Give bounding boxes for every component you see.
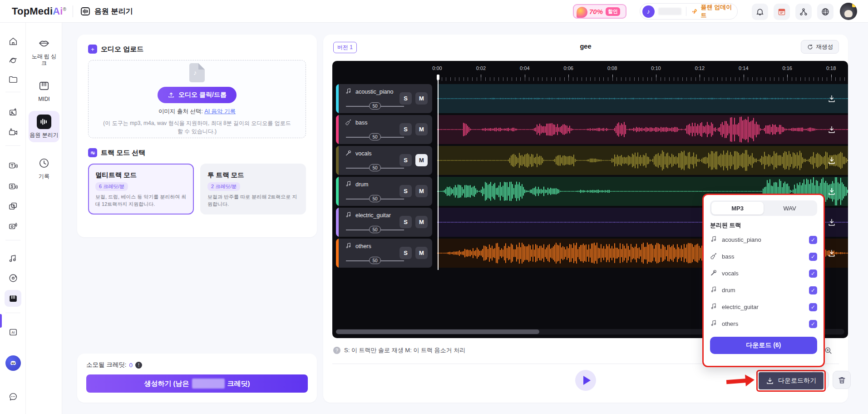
track-download-button[interactable] <box>827 218 836 227</box>
solo-button[interactable]: S <box>399 154 412 166</box>
sidebar-item-vinyl-tool[interactable] <box>5 269 21 286</box>
tab-wav[interactable]: WAV <box>764 202 816 214</box>
volume-value[interactable]: 50 <box>369 195 381 202</box>
regenerate-button[interactable]: 재생성 <box>801 40 839 54</box>
trash-icon <box>838 376 846 384</box>
volume-slider[interactable]: 50 <box>346 226 404 233</box>
solo-button[interactable]: S <box>399 247 412 259</box>
volume-value[interactable]: 50 <box>369 133 381 140</box>
mute-button[interactable]: M <box>415 216 428 228</box>
waveform-strip[interactable] <box>437 115 848 144</box>
sidebar-item-lip-sync[interactable]: 노래 립 싱크 <box>29 34 59 70</box>
discount-badge[interactable]: 70% 할인 <box>573 4 626 19</box>
solo-button[interactable]: S <box>399 123 412 135</box>
playhead[interactable] <box>438 75 439 270</box>
track-checkbox[interactable]: ✓ <box>809 303 817 311</box>
sidebar-item-ai-tools[interactable]: AI <box>5 324 21 340</box>
track-download-button[interactable] <box>827 156 836 165</box>
waveform-strip[interactable] <box>437 146 848 175</box>
mode-card-multitrack[interactable]: 멀티트랙 모드 6 크레딧/분 보컬, 드럼, 베이스 등 악기를 분리하여 최… <box>88 164 194 214</box>
solo-button[interactable]: S <box>399 216 412 228</box>
sidebar-item-history[interactable]: 기록 <box>29 154 59 184</box>
discount-percent: 70% <box>589 8 603 15</box>
sidebar-item-discover[interactable] <box>5 52 21 69</box>
sidebar-item-camera-audio-tool[interactable] <box>5 217 21 234</box>
mute-button[interactable]: M <box>415 185 428 197</box>
sidebar-item-audio-separator[interactable]: 음원 분리기 <box>29 111 59 142</box>
audio-dropzone[interactable]: 오디오 클릭/드롭 이미지 출처 선택: AI 음악 기록 (이 도구는 mp3… <box>88 60 306 138</box>
track-checkbox[interactable]: ✓ <box>809 320 817 328</box>
track-download-button[interactable] <box>827 125 836 134</box>
scrollbar-thumb[interactable] <box>336 329 539 334</box>
track-download-button[interactable] <box>827 249 836 258</box>
info-icon[interactable]: ! <box>135 362 142 369</box>
volume-slider[interactable]: 50 <box>346 257 404 264</box>
sidebar-item-feedback-chat[interactable] <box>5 388 21 405</box>
volume-value[interactable]: 50 <box>369 102 381 110</box>
sidebar-item-discord[interactable] <box>5 354 21 371</box>
mode-description: 보컬, 드럼, 베이스 등 악기를 분리하여 최대 12트랙까지 지원합니다. <box>95 194 187 208</box>
sidebar-item-voice-tool[interactable] <box>5 198 21 214</box>
track-checkbox[interactable]: ✓ <box>809 269 817 278</box>
solo-button[interactable]: S <box>399 92 412 105</box>
sidebar-item-projects[interactable] <box>5 71 21 88</box>
language-button[interactable] <box>817 4 833 20</box>
upload-title: 오디오 업로드 <box>101 45 143 54</box>
help-icon[interactable]: ? <box>333 347 340 354</box>
volume-slider[interactable]: 50 <box>346 164 404 171</box>
upload-audio-button[interactable]: 오디오 클릭/드롭 <box>158 87 237 103</box>
annotation-arrow <box>726 374 755 388</box>
volume-value[interactable]: 50 <box>369 164 381 171</box>
waveform-strip[interactable] <box>437 84 848 113</box>
mute-button[interactable]: M <box>415 247 428 259</box>
mute-button[interactable]: M <box>415 154 428 166</box>
sidebar-item-music-tool[interactable] <box>5 250 21 267</box>
volume-slider[interactable]: 50 <box>346 133 404 140</box>
discount-label: 할인 <box>606 7 620 16</box>
generate-button[interactable]: 생성하기 (남은 크레딧) <box>86 374 308 393</box>
tab-mp3[interactable]: MP3 <box>711 202 764 214</box>
plan-pill[interactable]: ♪ 플랜 업데이트 <box>640 3 738 20</box>
avatar[interactable] <box>840 3 857 20</box>
sidebar-item-video-tool[interactable] <box>5 124 21 140</box>
zoom-in-icon[interactable] <box>824 346 833 355</box>
sidebar-item-midi[interactable]: MIDI <box>29 76 59 106</box>
sidebar-item-home[interactable] <box>5 33 21 50</box>
track-color-bar <box>336 239 339 268</box>
mute-button[interactable]: M <box>415 123 428 135</box>
solo-button[interactable]: S <box>399 185 412 197</box>
mode-card-twotrack[interactable]: 투 트랙 모드 2 크레딧/분 보컬과 반주를 따로 분리해 2트랙으로 지원합… <box>200 164 306 214</box>
volume-value[interactable]: 50 <box>369 257 381 264</box>
track-download-button[interactable] <box>827 187 836 196</box>
sidebar-item-image-tool[interactable] <box>5 104 21 120</box>
download-main-button[interactable]: 다운로드하기 <box>759 372 824 389</box>
voice-clone-icon <box>8 201 18 211</box>
sidebar-item-text-to-speech[interactable] <box>5 157 21 174</box>
popup-download-button[interactable]: 다운로드 (6) <box>710 337 817 354</box>
notifications-button[interactable] <box>752 4 768 20</box>
timeline-label: 0:00 <box>432 65 442 71</box>
delete-button[interactable] <box>833 371 851 389</box>
annotation-highlight-box: 다운로드하기 <box>756 370 826 392</box>
volume-slider[interactable]: 50 <box>346 195 404 202</box>
ai-music-history-link[interactable]: AI 음악 기록 <box>204 108 236 115</box>
logo[interactable]: TopMediAi® <box>12 5 66 17</box>
play-button[interactable] <box>575 370 596 391</box>
popup-track-name: drum <box>722 287 804 294</box>
sidebar-item-speech-to-speech[interactable] <box>5 178 21 195</box>
chat-dots-icon <box>8 392 18 402</box>
volume-value[interactable]: 50 <box>369 226 381 233</box>
mute-button[interactable]: M <box>415 92 428 105</box>
calendar-button[interactable] <box>774 4 790 20</box>
track-checkbox[interactable]: ✓ <box>809 236 817 244</box>
separated-tracks-title: 분리된 트랙 <box>710 221 817 229</box>
separator-icon <box>37 115 51 129</box>
track-checkbox[interactable]: ✓ <box>809 286 817 294</box>
sidebar-rail: AI <box>0 23 26 414</box>
track-checkbox[interactable]: ✓ <box>809 253 817 261</box>
volume-slider[interactable]: 50 <box>346 102 404 110</box>
track-download-button[interactable] <box>827 94 836 103</box>
sidebar-item-piano-tool[interactable] <box>5 290 21 307</box>
share-button[interactable] <box>795 4 812 20</box>
timeline-label: 0:14 <box>739 65 748 71</box>
